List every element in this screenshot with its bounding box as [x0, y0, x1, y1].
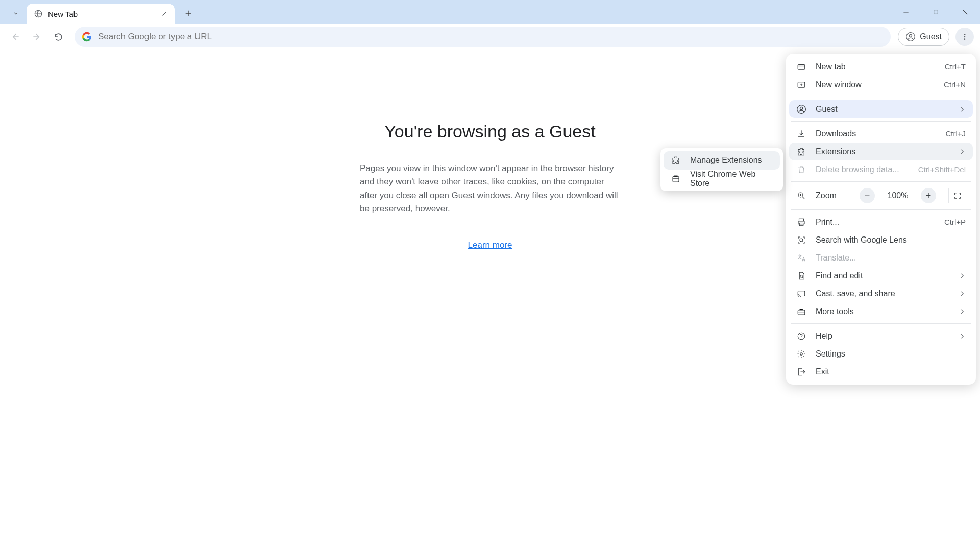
minimize-icon: [902, 9, 910, 16]
print-icon: [796, 218, 806, 227]
menu-google-lens[interactable]: Search with Google Lens: [789, 231, 973, 249]
extensions-submenu: Manage Extensions Visit Chrome Web Store: [660, 148, 783, 191]
arrow-right-icon: [32, 32, 42, 42]
menu-downloads[interactable]: Downloads Ctrl+J: [789, 125, 973, 143]
menu-more-tools[interactable]: More tools: [789, 302, 973, 320]
trash-icon: [796, 165, 806, 174]
forward-button[interactable]: [28, 28, 46, 46]
main-menu: New tab Ctrl+T New window Ctrl+N Guest D…: [786, 54, 976, 385]
menu-item-label: New window: [816, 80, 935, 89]
maximize-icon: [933, 9, 939, 15]
svg-point-5: [964, 36, 966, 38]
menu-separator: [791, 97, 971, 97]
menu-help[interactable]: Help: [789, 327, 973, 345]
menu-new-window[interactable]: New window Ctrl+N: [789, 76, 973, 93]
arrow-left-icon: [10, 32, 20, 42]
tab-close-button[interactable]: [159, 9, 169, 19]
svg-point-16: [800, 275, 803, 277]
document-search-icon: [796, 271, 806, 280]
chevron-right-icon: [959, 148, 966, 155]
main-menu-button[interactable]: [955, 28, 974, 46]
menu-find-and-edit[interactable]: Find and edit: [789, 267, 973, 285]
back-button[interactable]: [6, 28, 24, 46]
translate-icon: [796, 253, 806, 263]
zoom-in-button[interactable]: +: [921, 188, 936, 203]
titlebar: New Tab: [0, 0, 980, 24]
zoom-value: 100%: [884, 191, 912, 200]
menu-new-tab[interactable]: New tab Ctrl+T: [789, 58, 973, 76]
svg-rect-21: [673, 177, 679, 182]
fullscreen-icon: [953, 192, 962, 200]
menu-delete-browsing-data: Delete browsing data... Ctrl+Shift+Del: [789, 160, 973, 178]
zoom-icon: [796, 191, 806, 200]
tab-icon: [796, 62, 806, 72]
menu-item-label: Exit: [816, 367, 966, 376]
gear-icon: [796, 349, 806, 359]
learn-more-link[interactable]: Learn more: [468, 240, 512, 250]
lens-icon: [796, 235, 806, 245]
extension-icon: [796, 147, 806, 156]
menu-cast-save-share[interactable]: Cast, save, and share: [789, 285, 973, 302]
menu-item-shortcut: Ctrl+J: [945, 129, 966, 138]
menu-zoom: Zoom − 100% +: [789, 185, 973, 206]
menu-item-label: Translate...: [816, 253, 966, 263]
svg-point-15: [800, 239, 803, 242]
address-input[interactable]: [98, 32, 884, 42]
svg-rect-1: [934, 10, 938, 14]
menu-settings[interactable]: Settings: [789, 345, 973, 363]
cast-icon: [796, 289, 806, 298]
menu-item-label: New tab: [816, 62, 936, 72]
window-new-icon: [796, 80, 806, 89]
menu-separator: [791, 121, 971, 122]
plus-icon: [184, 9, 192, 17]
window-maximize-button[interactable]: [921, 0, 950, 24]
help-icon: [796, 332, 806, 341]
menu-exit[interactable]: Exit: [789, 363, 973, 381]
menu-separator: [791, 323, 971, 324]
window-close-button[interactable]: [950, 0, 980, 24]
chevron-right-icon: [959, 290, 966, 297]
tab-search-button[interactable]: [7, 5, 24, 22]
menu-item-shortcut: Ctrl+N: [944, 80, 966, 89]
svg-point-10: [800, 107, 803, 109]
profile-button[interactable]: Guest: [898, 28, 949, 46]
submenu-item-label: Visit Chrome Web Store: [690, 170, 773, 188]
menu-translate: Translate...: [789, 249, 973, 267]
submenu-manage-extensions[interactable]: Manage Extensions: [664, 151, 780, 170]
page-body-text: Pages you view in this window won't appe…: [360, 162, 620, 216]
person-circle-icon: [796, 104, 806, 114]
svg-rect-7: [798, 64, 805, 69]
browser-tab[interactable]: New Tab: [27, 4, 175, 24]
window-controls: [891, 0, 980, 24]
chevron-down-icon: [12, 10, 19, 17]
toolbar: Guest: [0, 24, 980, 50]
zoom-label: Zoom: [816, 191, 850, 200]
menu-item-label: Delete browsing data...: [816, 165, 909, 174]
fullscreen-button[interactable]: [948, 188, 966, 203]
chevron-right-icon: [959, 308, 966, 315]
menu-extensions[interactable]: Extensions: [789, 143, 973, 160]
window-minimize-button[interactable]: [891, 0, 921, 24]
menu-separator: [791, 209, 971, 210]
menu-item-label: Settings: [816, 349, 966, 359]
reload-button[interactable]: [49, 28, 67, 46]
svg-point-6: [964, 38, 966, 40]
menu-item-shortcut: Ctrl+T: [945, 62, 966, 71]
close-icon: [962, 9, 969, 16]
page-heading: You're browsing as a Guest: [384, 122, 595, 141]
reload-icon: [54, 32, 63, 42]
menu-item-label: More tools: [816, 307, 949, 316]
svg-rect-12: [799, 219, 804, 221]
chevron-right-icon: [959, 106, 966, 113]
menu-item-shortcut: Ctrl+P: [944, 218, 966, 226]
svg-point-4: [964, 34, 966, 35]
menu-guest[interactable]: Guest: [789, 100, 973, 118]
chevron-right-icon: [959, 272, 966, 279]
omnibox[interactable]: [75, 27, 891, 47]
menu-print[interactable]: Print... Ctrl+P: [789, 213, 973, 231]
submenu-chrome-web-store[interactable]: Visit Chrome Web Store: [664, 170, 780, 188]
new-tab-button[interactable]: [180, 5, 197, 22]
menu-item-label: Search with Google Lens: [816, 235, 966, 245]
zoom-out-button[interactable]: −: [860, 188, 875, 203]
webstore-icon: [671, 174, 681, 183]
